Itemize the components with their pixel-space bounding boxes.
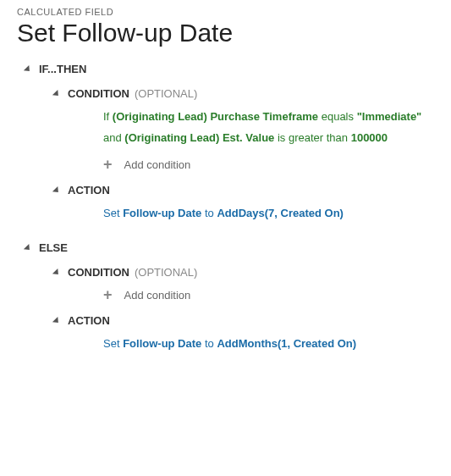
keyword-to: to: [205, 207, 214, 219]
add-condition-button[interactable]: + Add condition: [103, 157, 434, 172]
optional-tag: (OPTIONAL): [135, 87, 197, 100]
keyword-and: and: [103, 131, 122, 144]
chevron-down-icon[interactable]: [24, 64, 32, 73]
chevron-down-icon[interactable]: [24, 243, 32, 252]
add-condition-button-else[interactable]: + Add condition: [103, 287, 434, 302]
keyword-to: to: [205, 337, 214, 350]
action-function: AddDays(7, Created On): [217, 207, 344, 219]
plus-icon: +: [103, 287, 113, 302]
add-condition-label: Add condition: [124, 289, 191, 302]
action-function: AddMonths(1, Created On): [217, 337, 356, 350]
section-condition-else[interactable]: CONDITION: [68, 266, 129, 279]
page-title: Set Follow-up Date: [17, 19, 434, 47]
condition-literal-1: "Immediate": [357, 110, 422, 123]
action-field: Follow-up Date: [123, 207, 201, 219]
chevron-down-icon[interactable]: [52, 89, 61, 97]
action-field: Follow-up Date: [123, 337, 201, 350]
keyword-set: Set: [103, 337, 120, 350]
chevron-down-icon[interactable]: [52, 316, 61, 324]
chevron-down-icon[interactable]: [52, 268, 61, 276]
action-expression-if[interactable]: Set Follow-up Date to AddDays(7, Created…: [103, 203, 434, 224]
operator-greaterthan: is greater than: [278, 131, 348, 144]
plus-icon: +: [103, 157, 113, 172]
condition-field-2: (Originating Lead) Est. Value: [124, 131, 274, 144]
breadcrumb: CALCULATED FIELD: [17, 7, 434, 17]
keyword-if: If: [103, 110, 109, 123]
chevron-down-icon[interactable]: [52, 186, 61, 195]
section-condition[interactable]: CONDITION: [68, 87, 129, 100]
operator-equals: equals: [322, 110, 354, 123]
condition-literal-2: 100000: [351, 131, 388, 144]
action-expression-else[interactable]: Set Follow-up Date to AddMonths(1, Creat…: [103, 334, 434, 355]
section-action-else[interactable]: ACTION: [68, 314, 110, 327]
keyword-set: Set: [103, 207, 120, 219]
condition-field-1: (Originating Lead) Purchase Timeframe: [113, 110, 318, 123]
condition-expression[interactable]: If (Originating Lead) Purchase Timeframe…: [103, 107, 434, 148]
section-action[interactable]: ACTION: [68, 184, 110, 196]
section-else[interactable]: ELSE: [39, 241, 68, 254]
section-ifthen[interactable]: IF...THEN: [39, 63, 86, 75]
optional-tag: (OPTIONAL): [135, 266, 197, 279]
add-condition-label: Add condition: [124, 158, 191, 171]
